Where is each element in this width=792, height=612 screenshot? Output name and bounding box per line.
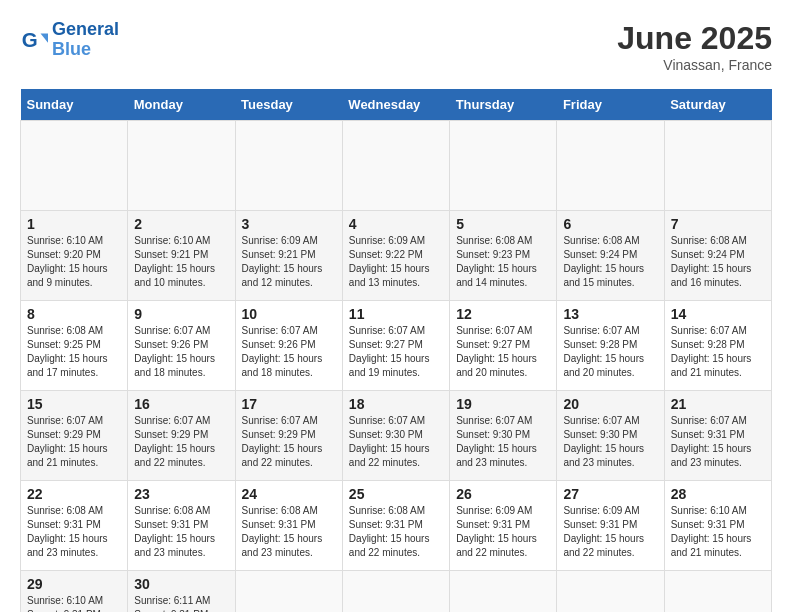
day-number: 12 [456, 306, 550, 322]
col-saturday: Saturday [664, 89, 771, 121]
day-info: Sunrise: 6:07 AMSunset: 9:29 PMDaylight:… [27, 414, 121, 470]
calendar-cell-40 [557, 571, 664, 613]
calendar-cell-39 [450, 571, 557, 613]
calendar-cell-28: 22Sunrise: 6:08 AMSunset: 9:31 PMDayligh… [21, 481, 128, 571]
calendar-cell-32: 26Sunrise: 6:09 AMSunset: 9:31 PMDayligh… [450, 481, 557, 571]
day-number: 22 [27, 486, 121, 502]
day-info: Sunrise: 6:08 AMSunset: 9:24 PMDaylight:… [671, 234, 765, 290]
day-info: Sunrise: 6:07 AMSunset: 9:26 PMDaylight:… [134, 324, 228, 380]
day-number: 30 [134, 576, 228, 592]
calendar-cell-0 [21, 121, 128, 211]
calendar-cell-23: 17Sunrise: 6:07 AMSunset: 9:29 PMDayligh… [235, 391, 342, 481]
calendar-cell-21: 15Sunrise: 6:07 AMSunset: 9:29 PMDayligh… [21, 391, 128, 481]
logo-text: General Blue [52, 20, 119, 60]
day-info: Sunrise: 6:11 AMSunset: 9:31 PMDaylight:… [134, 594, 228, 612]
month-title: June 2025 [617, 20, 772, 57]
day-info: Sunrise: 6:08 AMSunset: 9:23 PMDaylight:… [456, 234, 550, 290]
week-row-6: 29Sunrise: 6:10 AMSunset: 9:31 PMDayligh… [21, 571, 772, 613]
day-info: Sunrise: 6:08 AMSunset: 9:25 PMDaylight:… [27, 324, 121, 380]
day-info: Sunrise: 6:07 AMSunset: 9:26 PMDaylight:… [242, 324, 336, 380]
calendar-cell-7: 1Sunrise: 6:10 AMSunset: 9:20 PMDaylight… [21, 211, 128, 301]
day-number: 26 [456, 486, 550, 502]
day-info: Sunrise: 6:07 AMSunset: 9:27 PMDaylight:… [456, 324, 550, 380]
calendar: Sunday Monday Tuesday Wednesday Thursday… [20, 89, 772, 612]
calendar-cell-35: 29Sunrise: 6:10 AMSunset: 9:31 PMDayligh… [21, 571, 128, 613]
calendar-cell-11: 5Sunrise: 6:08 AMSunset: 9:23 PMDaylight… [450, 211, 557, 301]
day-number: 17 [242, 396, 336, 412]
day-number: 27 [563, 486, 657, 502]
col-sunday: Sunday [21, 89, 128, 121]
calendar-cell-15: 9Sunrise: 6:07 AMSunset: 9:26 PMDaylight… [128, 301, 235, 391]
calendar-cell-36: 30Sunrise: 6:11 AMSunset: 9:31 PMDayligh… [128, 571, 235, 613]
col-monday: Monday [128, 89, 235, 121]
calendar-cell-8: 2Sunrise: 6:10 AMSunset: 9:21 PMDaylight… [128, 211, 235, 301]
calendar-cell-12: 6Sunrise: 6:08 AMSunset: 9:24 PMDaylight… [557, 211, 664, 301]
day-number: 9 [134, 306, 228, 322]
day-number: 28 [671, 486, 765, 502]
day-number: 3 [242, 216, 336, 232]
day-number: 14 [671, 306, 765, 322]
calendar-cell-3 [342, 121, 449, 211]
week-row-5: 22Sunrise: 6:08 AMSunset: 9:31 PMDayligh… [21, 481, 772, 571]
day-info: Sunrise: 6:07 AMSunset: 9:30 PMDaylight:… [563, 414, 657, 470]
calendar-cell-4 [450, 121, 557, 211]
col-tuesday: Tuesday [235, 89, 342, 121]
calendar-cell-17: 11Sunrise: 6:07 AMSunset: 9:27 PMDayligh… [342, 301, 449, 391]
calendar-cell-27: 21Sunrise: 6:07 AMSunset: 9:31 PMDayligh… [664, 391, 771, 481]
day-info: Sunrise: 6:07 AMSunset: 9:28 PMDaylight:… [671, 324, 765, 380]
day-info: Sunrise: 6:07 AMSunset: 9:28 PMDaylight:… [563, 324, 657, 380]
day-info: Sunrise: 6:07 AMSunset: 9:27 PMDaylight:… [349, 324, 443, 380]
day-number: 5 [456, 216, 550, 232]
day-info: Sunrise: 6:07 AMSunset: 9:29 PMDaylight:… [242, 414, 336, 470]
logo-line2: Blue [52, 39, 91, 59]
svg-text:G: G [22, 27, 38, 50]
day-info: Sunrise: 6:08 AMSunset: 9:31 PMDaylight:… [27, 504, 121, 560]
calendar-cell-19: 13Sunrise: 6:07 AMSunset: 9:28 PMDayligh… [557, 301, 664, 391]
day-number: 21 [671, 396, 765, 412]
day-info: Sunrise: 6:08 AMSunset: 9:31 PMDaylight:… [242, 504, 336, 560]
calendar-cell-1 [128, 121, 235, 211]
day-number: 2 [134, 216, 228, 232]
week-row-4: 15Sunrise: 6:07 AMSunset: 9:29 PMDayligh… [21, 391, 772, 481]
calendar-cell-6 [664, 121, 771, 211]
day-number: 4 [349, 216, 443, 232]
col-wednesday: Wednesday [342, 89, 449, 121]
day-number: 15 [27, 396, 121, 412]
day-info: Sunrise: 6:07 AMSunset: 9:31 PMDaylight:… [671, 414, 765, 470]
calendar-cell-14: 8Sunrise: 6:08 AMSunset: 9:25 PMDaylight… [21, 301, 128, 391]
location: Vinassan, France [617, 57, 772, 73]
calendar-cell-29: 23Sunrise: 6:08 AMSunset: 9:31 PMDayligh… [128, 481, 235, 571]
calendar-cell-24: 18Sunrise: 6:07 AMSunset: 9:30 PMDayligh… [342, 391, 449, 481]
day-info: Sunrise: 6:07 AMSunset: 9:29 PMDaylight:… [134, 414, 228, 470]
calendar-cell-22: 16Sunrise: 6:07 AMSunset: 9:29 PMDayligh… [128, 391, 235, 481]
calendar-cell-34: 28Sunrise: 6:10 AMSunset: 9:31 PMDayligh… [664, 481, 771, 571]
day-info: Sunrise: 6:08 AMSunset: 9:31 PMDaylight:… [134, 504, 228, 560]
calendar-cell-13: 7Sunrise: 6:08 AMSunset: 9:24 PMDaylight… [664, 211, 771, 301]
col-thursday: Thursday [450, 89, 557, 121]
day-number: 18 [349, 396, 443, 412]
calendar-header-row: Sunday Monday Tuesday Wednesday Thursday… [21, 89, 772, 121]
day-number: 7 [671, 216, 765, 232]
calendar-cell-37 [235, 571, 342, 613]
calendar-cell-25: 19Sunrise: 6:07 AMSunset: 9:30 PMDayligh… [450, 391, 557, 481]
day-info: Sunrise: 6:10 AMSunset: 9:20 PMDaylight:… [27, 234, 121, 290]
day-info: Sunrise: 6:07 AMSunset: 9:30 PMDaylight:… [456, 414, 550, 470]
calendar-cell-16: 10Sunrise: 6:07 AMSunset: 9:26 PMDayligh… [235, 301, 342, 391]
day-number: 10 [242, 306, 336, 322]
day-number: 1 [27, 216, 121, 232]
week-row-2: 1Sunrise: 6:10 AMSunset: 9:20 PMDaylight… [21, 211, 772, 301]
week-row-1 [21, 121, 772, 211]
day-number: 16 [134, 396, 228, 412]
day-number: 23 [134, 486, 228, 502]
calendar-cell-38 [342, 571, 449, 613]
day-info: Sunrise: 6:09 AMSunset: 9:31 PMDaylight:… [456, 504, 550, 560]
calendar-cell-41 [664, 571, 771, 613]
calendar-cell-5 [557, 121, 664, 211]
day-info: Sunrise: 6:10 AMSunset: 9:21 PMDaylight:… [134, 234, 228, 290]
day-info: Sunrise: 6:07 AMSunset: 9:30 PMDaylight:… [349, 414, 443, 470]
calendar-cell-33: 27Sunrise: 6:09 AMSunset: 9:31 PMDayligh… [557, 481, 664, 571]
logo-line1: General [52, 19, 119, 39]
week-row-3: 8Sunrise: 6:08 AMSunset: 9:25 PMDaylight… [21, 301, 772, 391]
day-number: 19 [456, 396, 550, 412]
day-number: 24 [242, 486, 336, 502]
